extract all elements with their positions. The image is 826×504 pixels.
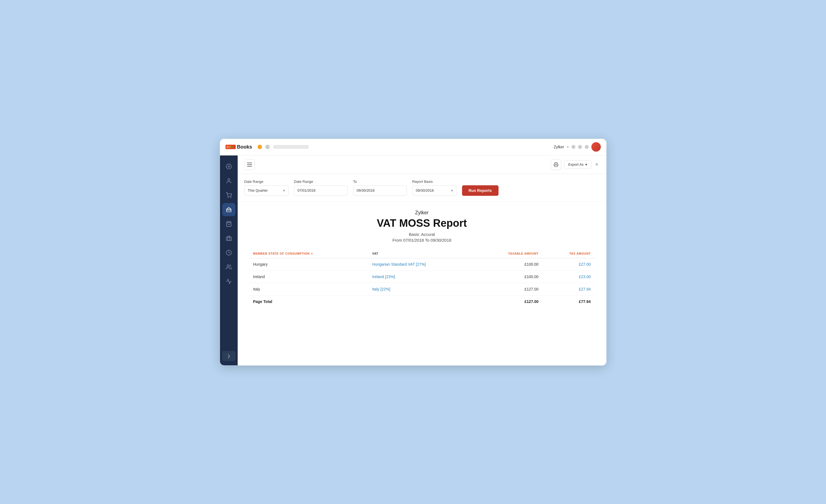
toolbar-right: Export As ▾ ×	[551, 160, 599, 170]
date-to-label: To	[353, 180, 407, 184]
date-from-input[interactable]	[294, 185, 348, 196]
svg-point-0	[226, 164, 231, 169]
report-table: MEMBER STATE OF CONSUMPTION ▼ VAT TAXABL…	[249, 249, 595, 308]
th-member-state-label: MEMBER STATE OF CONSUMPTION	[253, 252, 310, 255]
menu-line-3	[247, 166, 252, 167]
avatar-image	[591, 142, 601, 151]
svg-point-1	[228, 166, 230, 167]
sidebar: ❯	[220, 155, 238, 365]
table-header-row: MEMBER STATE OF CONSUMPTION ▼ VAT TAXABL…	[249, 249, 595, 258]
report-company: Zylker	[249, 210, 595, 216]
th-tax-amount: TAX AMOUNT	[543, 249, 595, 258]
cell-vat[interactable]: Ireland [23%]	[368, 270, 475, 283]
th-member-state-sort-icon[interactable]: ▼	[311, 252, 313, 255]
th-tax-amount-label: TAX AMOUNT	[569, 252, 591, 255]
sidebar-item-orders[interactable]	[222, 217, 235, 231]
report-dates: From 07/01/2018 To 09/30/2018	[249, 238, 595, 243]
status-dot-yellow	[257, 145, 262, 149]
user-name: Zylker	[553, 145, 564, 149]
tb-dot-3	[585, 145, 589, 149]
svg-rect-8	[226, 237, 231, 241]
tb-dot-2	[578, 145, 582, 149]
date-from-label: Date Range	[294, 180, 348, 184]
th-taxable-amount-label: TAXABLE AMOUNT	[508, 252, 539, 255]
th-vat: VAT	[368, 249, 475, 258]
report-content: Zylker VAT MOSS Report Basis: Accural Fr…	[238, 202, 606, 316]
date-range-select-wrapper: This Quarter This Month This Year Custom…	[244, 185, 289, 196]
app-logo: ZOHO Books	[226, 144, 252, 150]
cell-taxable-amount: £100.00	[475, 258, 543, 270]
tb-dot-1	[572, 145, 575, 149]
report-basis-select[interactable]: 09/30/2018	[412, 185, 457, 196]
cell-member-state: Italy	[249, 283, 368, 295]
total-tax-amount: £77.94	[543, 295, 595, 308]
total-label: Page Total	[249, 295, 368, 308]
sidebar-item-contacts[interactable]	[222, 174, 235, 188]
table-row: Ireland Ireland [23%] £100.00 £23.00	[249, 270, 595, 283]
svg-point-4	[231, 197, 231, 198]
th-member-state[interactable]: MEMBER STATE OF CONSUMPTION ▼	[249, 249, 368, 258]
expand-icon: ❯	[227, 354, 231, 358]
print-icon	[553, 162, 558, 167]
report-basis-label: Report Basis	[412, 180, 457, 184]
avatar[interactable]	[591, 142, 601, 151]
sidebar-item-dashboard[interactable]	[222, 160, 235, 173]
print-button[interactable]	[551, 160, 561, 170]
filters-row: Date Range This Quarter This Month This …	[238, 174, 606, 202]
total-taxable-amount: £127.00	[475, 295, 543, 308]
report-title: VAT MOSS Report	[249, 217, 595, 229]
export-label: Export As	[568, 163, 584, 167]
sidebar-item-items[interactable]	[222, 232, 235, 245]
sidebar-item-bank[interactable]	[222, 203, 235, 216]
cell-vat[interactable]: Italy [22%]	[368, 283, 475, 295]
cell-vat[interactable]: Hungarian Standard VAT [27%]	[368, 258, 475, 270]
date-to-input[interactable]	[353, 185, 407, 196]
close-button[interactable]: ×	[594, 160, 600, 169]
total-vat-empty	[368, 295, 475, 308]
run-reports-button[interactable]: Run Reports	[462, 185, 498, 196]
total-row: Page Total £127.00 £77.94	[249, 295, 595, 308]
titlebar-right: Zylker ▾	[553, 142, 600, 151]
cell-tax-amount[interactable]: £27.94	[543, 283, 595, 295]
svg-rect-11	[555, 165, 557, 167]
cell-member-state: Ireland	[249, 270, 368, 283]
table-row: Italy Italy [22%] £127.00 £27.94	[249, 283, 595, 295]
logo-text: Books	[237, 144, 252, 150]
date-range-group: Date Range This Quarter This Month This …	[244, 180, 289, 196]
table-row: Hungary Hungarian Standard VAT [27%] £10…	[249, 258, 595, 270]
main-layout: ❯	[220, 155, 606, 365]
report-basis-select-wrapper: 09/30/2018 ▼	[412, 185, 457, 196]
report-toolbar: Export As ▾ ×	[238, 155, 606, 174]
menu-line-2	[247, 164, 252, 165]
sidebar-item-accountant[interactable]	[222, 260, 235, 274]
main-content: Export As ▾ × Date Range This Quarter Th…	[238, 155, 606, 365]
report-basis: Basis: Accural	[249, 232, 595, 237]
svg-point-2	[228, 178, 230, 180]
export-arrow-icon: ▾	[585, 163, 587, 167]
cell-taxable-amount: £127.00	[475, 283, 543, 295]
date-range-select[interactable]: This Quarter This Month This Year Custom	[244, 185, 289, 196]
logo-box: ZOHO	[226, 145, 236, 149]
date-to-group: To	[353, 180, 407, 196]
date-from-group: Date Range	[294, 180, 348, 196]
loading-bar	[273, 145, 309, 149]
report-basis-group: Report Basis 09/30/2018 ▼	[412, 180, 457, 196]
cell-tax-amount[interactable]: £27.00	[543, 258, 595, 270]
titlebar: ZOHO Books Zylker ▾	[220, 139, 606, 155]
sidebar-item-cart[interactable]	[222, 189, 235, 202]
export-button[interactable]: Export As ▾	[564, 160, 591, 169]
svg-rect-5	[226, 209, 231, 212]
app-window: ZOHO Books Zylker ▾	[220, 139, 606, 366]
sidebar-expand-button[interactable]: ❯	[222, 351, 235, 361]
svg-point-10	[227, 264, 229, 266]
table-body: Hungary Hungarian Standard VAT [27%] £10…	[249, 258, 595, 308]
sidebar-item-reports[interactable]	[222, 275, 235, 288]
menu-button[interactable]	[244, 160, 255, 170]
sidebar-item-time[interactable]	[222, 246, 235, 259]
cell-taxable-amount: £100.00	[475, 270, 543, 283]
status-dot-gray	[265, 145, 270, 149]
cell-member-state: Hungary	[249, 258, 368, 270]
menu-line-1	[247, 163, 252, 163]
user-dropdown-arrow[interactable]: ▾	[567, 145, 569, 149]
cell-tax-amount[interactable]: £23.00	[543, 270, 595, 283]
